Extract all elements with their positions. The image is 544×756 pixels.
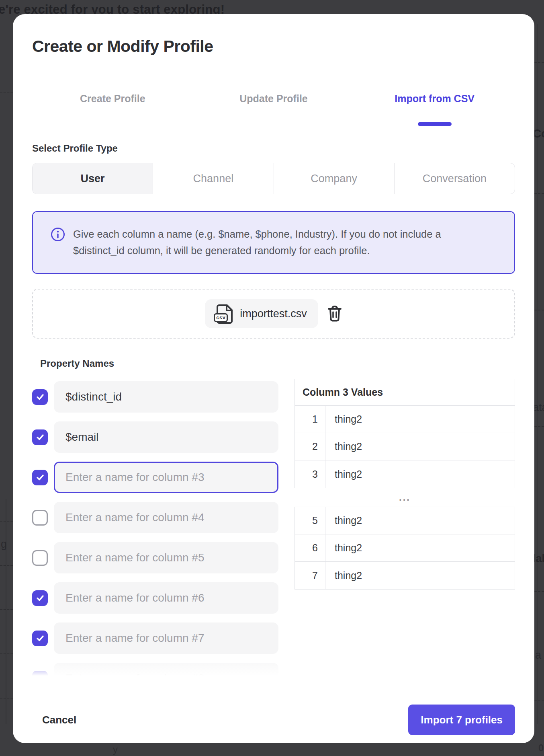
backdrop-fragment: Col: [533, 127, 544, 140]
info-banner: Give each column a name (e.g. $name, $ph…: [32, 211, 515, 274]
property-row: [32, 381, 278, 413]
tab-bar: Create Profile Update Profile Import fro…: [32, 92, 515, 124]
tab-import-from-csv[interactable]: Import from CSV: [354, 92, 515, 124]
profile-type-label: Select Profile Type: [32, 143, 515, 154]
backdrop-fragment: 0: [538, 742, 544, 754]
check-icon: [35, 432, 45, 442]
segment-conversation[interactable]: Conversation: [394, 163, 515, 194]
segment-user[interactable]: User: [33, 163, 153, 194]
trash-icon: [327, 305, 342, 322]
segment-channel[interactable]: Channel: [153, 163, 273, 194]
property-checkbox[interactable]: [32, 550, 48, 566]
backdrop-gridline: [0, 521, 13, 522]
values-table: 5 thing2 6 thing2 7 thing2: [294, 507, 515, 590]
property-name-input[interactable]: [54, 622, 278, 654]
file-name: importtest.csv: [240, 308, 307, 320]
row-index: 1: [295, 406, 325, 433]
active-tab-indicator: [418, 122, 452, 126]
property-name-input[interactable]: [54, 421, 278, 453]
property-name-input[interactable]: [54, 462, 278, 493]
delete-file-button[interactable]: [327, 305, 342, 322]
csv-badge: csv: [214, 313, 228, 322]
table-row: 2 thing2: [295, 433, 515, 460]
table-row: 5 thing2: [295, 507, 515, 534]
values-table: Column 3 Values 1 thing2 2 thing2 3 thin…: [294, 379, 515, 488]
row-value: thing2: [325, 507, 515, 534]
row-index: 7: [295, 562, 325, 589]
table-row: 6 thing2: [295, 534, 515, 562]
backdrop-fragment: ata: [533, 401, 544, 414]
backdrop-gridline: [534, 310, 544, 310]
property-checkbox[interactable]: [32, 429, 48, 445]
column-values-preview: Column 3 Values 1 thing2 2 thing2 3 thin…: [294, 379, 515, 680]
dialog-footer: Cancel Import 7 profiles: [32, 705, 515, 735]
tab-label: Import from CSV: [395, 93, 474, 104]
property-name-input[interactable]: [54, 381, 278, 413]
create-or-modify-profile-dialog: Create or Modify Profile Create Profile …: [13, 14, 534, 743]
backdrop-gridline: [537, 24, 538, 724]
property-row: [32, 542, 278, 573]
property-row: [32, 421, 278, 453]
profile-type-selector: User Channel Company Conversation: [32, 163, 515, 194]
property-checkbox[interactable]: [32, 590, 48, 606]
backdrop-fragment: a: [535, 649, 541, 662]
csv-file-icon: csv: [216, 304, 234, 324]
backdrop-fragment: lab: [533, 553, 544, 565]
cancel-button[interactable]: Cancel: [42, 714, 76, 726]
backdrop-gridline: [0, 698, 13, 698]
property-name-input[interactable]: [54, 582, 278, 614]
property-name-input[interactable]: [54, 663, 278, 680]
segment-company[interactable]: Company: [274, 163, 394, 194]
check-icon: [35, 674, 45, 680]
backdrop-gridline: [534, 62, 544, 63]
uploaded-file-chip[interactable]: csv importtest.csv: [205, 299, 318, 328]
info-icon: [51, 227, 65, 242]
table-ellipsis: ...: [294, 488, 515, 507]
upload-dropzone[interactable]: csv importtest.csv: [32, 289, 515, 339]
property-checkbox[interactable]: [32, 389, 48, 405]
backdrop-gridline: [0, 653, 13, 654]
info-banner-text: Give each column a name (e.g. $name, $ph…: [73, 226, 459, 259]
page-title: Create or Modify Profile: [32, 14, 515, 56]
property-row: [32, 622, 278, 654]
values-table-header: Column 3 Values: [295, 379, 515, 406]
backdrop-gridline: [534, 426, 544, 427]
backdrop-gridline: [534, 700, 544, 701]
property-checkbox[interactable]: [32, 671, 48, 680]
property-name-input[interactable]: [54, 542, 278, 573]
backdrop-gridline: [0, 92, 13, 93]
tab-create-profile[interactable]: Create Profile: [32, 92, 193, 124]
row-value: thing2: [325, 534, 515, 561]
row-value: thing2: [325, 406, 515, 433]
table-row: 3 thing2: [295, 460, 515, 488]
row-value: thing2: [325, 433, 515, 460]
row-index: 6: [295, 534, 325, 561]
backdrop-fragment: y: [113, 744, 118, 755]
property-list: [32, 381, 278, 680]
row-value: thing2: [325, 562, 515, 589]
row-index: 3: [295, 460, 325, 488]
check-icon: [35, 473, 45, 482]
property-checkbox[interactable]: [32, 510, 48, 526]
row-index: 2: [295, 433, 325, 460]
tab-update-profile[interactable]: Update Profile: [193, 92, 354, 124]
backdrop-gridline: [0, 609, 13, 610]
property-name-input[interactable]: [54, 502, 278, 533]
property-row: [32, 502, 278, 533]
property-checkbox[interactable]: [32, 470, 48, 485]
property-row: [32, 582, 278, 614]
check-icon: [35, 392, 45, 402]
row-value: thing2: [325, 460, 515, 488]
import-profiles-button[interactable]: Import 7 profiles: [408, 705, 515, 735]
property-checkbox[interactable]: [32, 631, 48, 646]
property-row: [32, 462, 278, 493]
backdrop-gridline: [534, 591, 544, 592]
backdrop-gridline: [0, 565, 13, 566]
property-row: [32, 663, 278, 680]
property-names-label: Property Names: [40, 358, 515, 369]
check-icon: [35, 633, 45, 643]
backdrop-gridline: [6, 499, 6, 724]
check-icon: [35, 593, 45, 603]
table-row: 7 thing2: [295, 562, 515, 589]
table-row: 1 thing2: [295, 406, 515, 433]
